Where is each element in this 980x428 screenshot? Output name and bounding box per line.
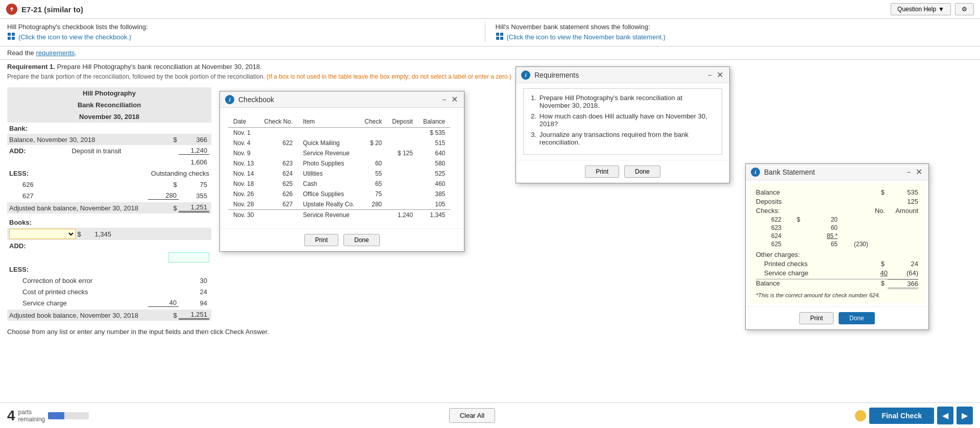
cb-date: Nov. 30 <box>228 210 259 221</box>
settings-button[interactable]: ⚙ <box>955 3 974 15</box>
cb-balance: $ 535 <box>418 128 450 138</box>
bank-window-controls: − ✕ <box>904 167 923 177</box>
clear-all-button[interactable]: Clear All <box>449 408 495 423</box>
svg-rect-4 <box>8 37 11 40</box>
books-balance-amount: 1,345 <box>83 230 113 238</box>
checkbook-done-button[interactable]: Done <box>344 234 380 246</box>
bank-close-button[interactable]: ✕ <box>915 167 923 177</box>
bank-check-amount: 85 * <box>807 232 838 240</box>
checkbook-window-controls: − ✕ <box>440 94 459 104</box>
service-amount1: 40 <box>148 299 179 307</box>
cb-check-no: 623 <box>259 158 298 169</box>
cb-balance: 515 <box>418 138 450 148</box>
bank-print-button[interactable]: Print <box>799 312 834 324</box>
checkbook-tbody: Nov. 1$ 535Nov. 4622Quick Mailing$ 20515… <box>228 128 450 221</box>
next-arrow-button[interactable]: ▶ <box>957 407 973 424</box>
cb-balance: 105 <box>418 199 450 210</box>
check627-row: 627 280 355 <box>7 190 211 201</box>
checkbook-close-button[interactable]: ✕ <box>450 94 459 104</box>
list-item: 3.Journalize any transactions required f… <box>531 131 715 146</box>
bank-minimize-button[interactable]: − <box>904 168 913 176</box>
checkbook-minimize-button[interactable]: − <box>440 96 448 104</box>
checkbook-link-text[interactable]: (Click the icon to view the checkbook.) <box>18 33 131 41</box>
bank-note: *This is the correct amount for check nu… <box>756 292 918 298</box>
bank-title-left: i Bank Statement <box>751 168 815 177</box>
parts-label-area: parts remaining <box>18 409 45 423</box>
recon-company: Hill Photography <box>7 87 211 99</box>
prev-arrow-button[interactable]: ◀ <box>937 407 953 424</box>
requirement-bold-text: Requirement 1. <box>7 63 55 70</box>
req-print-button[interactable]: Print <box>585 165 619 178</box>
cb-date: Nov. 13 <box>228 158 259 169</box>
cb-balance: 385 <box>418 189 450 199</box>
correction-label: Correction of book error <box>22 277 179 284</box>
req-item-num: 3. <box>531 131 536 146</box>
bank-printed-row: Printed checks $ 24 <box>756 260 918 268</box>
check626-amount: 75 <box>179 181 209 188</box>
bank-statement-link-text[interactable]: (Click the icon to view the November ban… <box>507 33 666 41</box>
list-item: 2.How much cash does Hill actually have … <box>531 112 715 128</box>
books-less-label: LESS: <box>9 266 209 273</box>
bank-statement-popup: i Bank Statement − ✕ Balance $ 535 Depos… <box>745 163 929 330</box>
check626-row: 626 $ 75 <box>7 179 211 190</box>
info-icon: i <box>225 95 234 104</box>
status-indicator <box>855 410 866 421</box>
req-item-text: How much cash does Hill actually have on… <box>540 112 715 128</box>
cb-check: 55 <box>359 169 387 179</box>
requirement-header: Requirement 1. Prepare Hill Photography'… <box>0 59 980 72</box>
cb-item: Service Revenue <box>298 210 360 221</box>
svg-rect-2 <box>8 33 11 36</box>
svg-rect-7 <box>500 33 503 36</box>
books-section-label-row: Books: <box>7 217 211 228</box>
bank-printed-dollar: $ <box>881 260 885 268</box>
col-check-no: Check No. <box>259 116 298 128</box>
requirement-note: Prepare the bank portion of the reconcil… <box>0 72 980 83</box>
req-info-icon: i <box>521 70 530 80</box>
svg-rect-6 <box>496 33 499 36</box>
bank-section-label-row: Bank: <box>7 123 211 134</box>
checkbook-link-row[interactable]: (Click the icon to view the checkbook.) <box>7 32 485 42</box>
cb-check: $ 20 <box>359 138 387 148</box>
bank-dollar-sign: $ <box>797 216 807 223</box>
question-help-button[interactable]: Question Help ▼ <box>891 3 951 15</box>
req-done-button[interactable]: Done <box>624 165 660 178</box>
svg-rect-8 <box>496 37 499 40</box>
cb-item: Office Supplies <box>298 189 360 199</box>
req-link-area: Read the requirements. <box>0 46 980 59</box>
cb-item: Upstate Realty Co. <box>298 199 360 210</box>
top-left-text: Hill Photography's checkbook lists the f… <box>7 23 485 31</box>
check627-amount: 280 <box>148 192 179 200</box>
checkbook-content: Date Check No. Item Check Deposit Balanc… <box>220 108 464 228</box>
bank-amount-label: Amount <box>895 207 918 215</box>
cb-date: Nov. 4 <box>228 138 259 148</box>
bank-statement-link-row[interactable]: (Click the icon to view the November ban… <box>496 32 973 42</box>
req-title-left: i Requirements <box>521 70 579 80</box>
check626-dollar: $ <box>172 181 179 188</box>
books-add-input[interactable] <box>168 252 209 263</box>
bank-done-button[interactable]: Done <box>839 312 875 324</box>
req-close-button[interactable]: ✕ <box>716 70 724 80</box>
checkbook-print-button[interactable]: Print <box>304 234 338 246</box>
col-deposit: Deposit <box>387 116 418 128</box>
books-balance-dropdown[interactable] <box>9 229 76 239</box>
col-check-amt: Check <box>359 116 387 128</box>
svg-rect-5 <box>12 37 15 40</box>
progress-bar <box>48 412 89 419</box>
bank-check-paren: (230) <box>838 241 868 248</box>
cb-check-no: 625 <box>259 179 298 189</box>
cb-deposit <box>387 158 418 169</box>
chevron-down-icon: ▼ <box>938 6 944 13</box>
req-list: 1.Prepare Hill Photography's bank reconc… <box>531 94 715 146</box>
requirements-link[interactable]: requirements <box>36 49 75 57</box>
books-balance-row: $ 1,345 <box>7 228 211 240</box>
req-item-num: 2. <box>531 112 536 128</box>
books-less-row: LESS: <box>7 264 211 275</box>
requirement-text: Prepare Hill Photography's bank reconcil… <box>57 63 262 70</box>
bank-check-no: 624 <box>771 232 797 240</box>
req-minimize-button[interactable]: − <box>705 71 714 79</box>
table-row: Nov. 9Service Revenue$ 125640 <box>228 148 450 158</box>
cb-date: Nov. 28 <box>228 199 259 210</box>
final-check-button[interactable]: Final Check <box>869 408 934 424</box>
cb-check: 65 <box>359 179 387 189</box>
outstanding-checks-label: Outstanding checks <box>151 170 209 177</box>
